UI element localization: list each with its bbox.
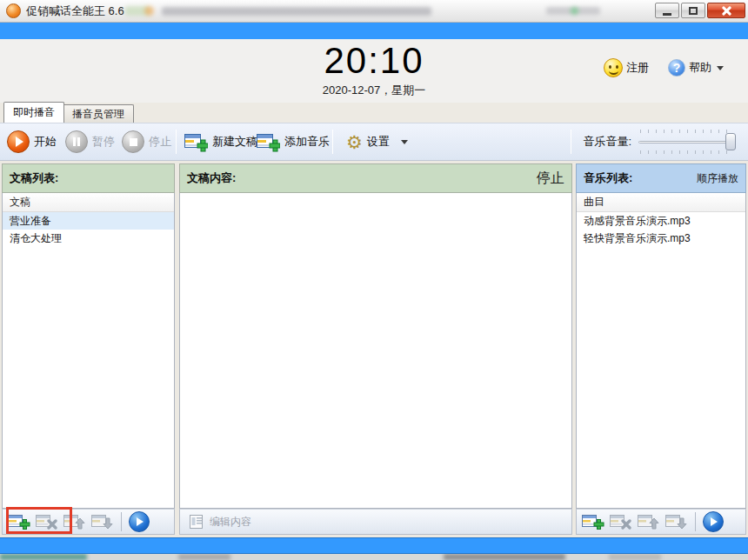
app-window: { "window": { "title": "促销喊话全能王 6.6" }, … — [0, 0, 748, 560]
separator — [332, 130, 333, 154]
tabbar: 即时播音 播音员管理 — [0, 103, 748, 123]
maximize-icon — [689, 7, 698, 15]
pause-button[interactable]: 暂停 — [65, 123, 115, 160]
music-list-item[interactable]: 轻快背景音乐演示.mp3 — [577, 230, 745, 247]
edit-document-icon — [189, 514, 204, 530]
music-column-header: 曲目 — [577, 193, 745, 212]
document-list-header: 文稿列表: — [2, 163, 175, 193]
tab-announcer-management[interactable]: 播音员管理 — [63, 104, 134, 123]
app-icon — [6, 3, 21, 18]
blur-blob — [144, 6, 154, 16]
music-list-header: 音乐列表: 顺序播放 — [576, 163, 746, 193]
separator — [176, 130, 177, 154]
register-label: 注册 — [626, 60, 649, 76]
slider-ticks — [640, 130, 734, 133]
close-icon — [721, 5, 731, 16]
new-document-label: 新建文稿 — [212, 134, 257, 150]
document-list-title: 文稿列表: — [10, 170, 58, 186]
register-button[interactable]: 注册 — [604, 58, 649, 77]
document-column-header: 文稿 — [3, 193, 174, 212]
toolbar: 开始 暂停 停止 新建文稿 — [0, 123, 748, 161]
document-content-title: 文稿内容: — [187, 170, 236, 186]
slider-ticks — [640, 150, 734, 154]
play-icon — [7, 130, 30, 153]
start-label: 开始 — [34, 134, 57, 150]
music-list-item[interactable]: 动感背景音乐演示.mp3 — [577, 212, 745, 230]
blur-blob — [571, 7, 578, 15]
music-list-panel: 音乐列表: 顺序播放 曲目 动感背景音乐演示.mp3 轻快背景音乐演示.mp3 — [576, 163, 746, 535]
edit-content-button[interactable]: 编辑内容 — [185, 514, 251, 530]
titlebar: 促销喊话全能王 6.6 — [0, 0, 748, 23]
document-list[interactable]: 文稿 营业准备 清仓大处理 — [2, 193, 175, 509]
settings-label: 设置 — [367, 134, 390, 150]
move-down-icon[interactable] — [665, 513, 688, 530]
pause-icon — [65, 130, 88, 153]
play-mode-toggle[interactable]: 顺序播放 — [697, 171, 738, 186]
volume-label: 音乐音量: — [583, 134, 631, 150]
main-area: 文稿列表: 文稿 营业准备 清仓大处理 — [0, 161, 748, 537]
doc-list-item[interactable]: 清仓大处理 — [3, 230, 174, 247]
help-icon: ? — [668, 59, 685, 77]
new-document-button[interactable]: 新建文稿 — [184, 123, 257, 160]
taskbar-blur — [0, 554, 87, 560]
blur-blob — [162, 7, 431, 16]
add-music-button[interactable]: 添加音乐 — [257, 123, 330, 160]
separator — [571, 130, 571, 154]
settings-button[interactable]: ⚙ 设置 — [346, 123, 408, 160]
play-music-button[interactable] — [703, 511, 724, 532]
header: 20:10 2020-12-07，星期一 注册 ? 帮助 — [0, 39, 748, 103]
window-controls — [655, 3, 745, 18]
new-document-icon — [184, 132, 208, 152]
top-ad-banner — [0, 23, 748, 39]
edit-content-label: 编辑内容 — [210, 515, 251, 530]
smiley-icon — [604, 58, 623, 77]
document-content-area[interactable] — [179, 193, 572, 509]
move-down-icon[interactable] — [91, 513, 114, 530]
document-content-header: 文稿内容: 停止 — [179, 163, 572, 193]
pause-label: 暂停 — [92, 134, 115, 150]
add-music-icon — [257, 132, 280, 152]
taskbar-blur — [444, 554, 565, 560]
add-music-label: 添加音乐 — [284, 134, 330, 150]
add-music-item-icon[interactable] — [582, 513, 604, 530]
slider-thumb[interactable] — [725, 133, 736, 150]
taskbar-blur — [609, 554, 661, 560]
music-volume-slider[interactable] — [638, 129, 736, 155]
document-list-panel: 文稿列表: 文稿 营业准备 清仓大处理 — [2, 163, 175, 535]
music-list-title: 音乐列表: — [584, 170, 632, 186]
move-up-icon[interactable] — [638, 513, 660, 530]
help-button[interactable]: ? 帮助 — [668, 59, 724, 77]
help-label: 帮助 — [689, 60, 711, 76]
separator — [121, 512, 122, 531]
gear-icon: ⚙ — [346, 133, 363, 151]
separator — [695, 512, 696, 531]
chevron-down-icon — [717, 66, 724, 70]
doc-list-item[interactable]: 营业准备 — [3, 212, 174, 230]
clock-date: 2020-12-07，星期一 — [0, 83, 748, 98]
music-list[interactable]: 曲目 动感背景音乐演示.mp3 轻快背景音乐演示.mp3 — [576, 193, 746, 509]
taskbar-blur — [178, 554, 230, 560]
stop-label: 停止 — [149, 134, 171, 150]
play-document-button[interactable] — [129, 511, 150, 532]
minimize-icon — [663, 13, 671, 16]
delete-music-icon[interactable] — [610, 513, 632, 530]
close-button[interactable] — [707, 3, 745, 18]
stop-icon — [122, 130, 144, 153]
annotation-highlight-box — [6, 507, 72, 534]
chevron-down-icon — [401, 140, 408, 144]
slider-track[interactable] — [638, 141, 736, 143]
bottom-ad-banner — [0, 537, 748, 554]
window-title: 促销喊话全能王 6.6 — [26, 3, 124, 19]
tab-instant-broadcast[interactable]: 即时播音 — [3, 102, 64, 123]
document-content-panel: 文稿内容: 停止 编辑内容 — [179, 163, 572, 535]
start-button[interactable]: 开始 — [7, 123, 57, 160]
playback-status: 停止 — [537, 170, 564, 188]
music-list-toolbar — [576, 509, 746, 535]
content-toolbar: 编辑内容 — [179, 509, 572, 535]
maximize-button[interactable] — [681, 3, 705, 18]
minimize-button[interactable] — [655, 3, 679, 18]
censored-url-blur — [122, 4, 661, 18]
taskbar-sliver — [0, 554, 748, 560]
stop-button[interactable]: 停止 — [122, 123, 171, 160]
